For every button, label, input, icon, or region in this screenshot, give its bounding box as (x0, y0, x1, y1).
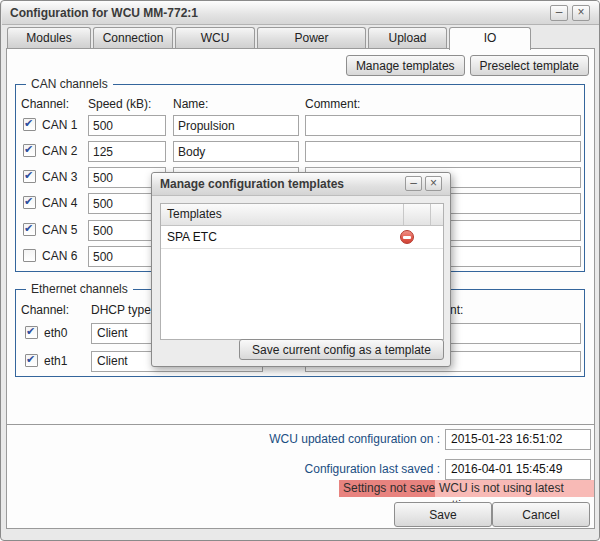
can6-label: CAN 6 (42, 246, 77, 266)
can-header-speed: Speed (kB): (88, 97, 151, 111)
preselect-template-button[interactable]: Preselect template (470, 55, 589, 76)
can5-checkbox[interactable] (23, 223, 36, 236)
configuration-dialog: Configuration for WCU MM-772:1 – × Modul… (0, 0, 600, 541)
modal-minimize-icon[interactable]: – (405, 176, 422, 191)
modal-title: Manage configuration templates (160, 173, 344, 196)
templates-column-header: Templates (161, 204, 403, 225)
can2-speed-input[interactable] (88, 141, 166, 162)
eth1-checkbox[interactable] (25, 354, 38, 367)
close-icon[interactable]: × (572, 5, 590, 21)
template-list-item[interactable]: SPA ETC (161, 226, 443, 249)
eth1-label: eth1 (44, 351, 67, 371)
delete-template-icon[interactable] (400, 230, 414, 244)
manage-templates-dialog: Manage configuration templates – × Templ… (151, 172, 451, 367)
minimize-icon[interactable]: – (550, 5, 568, 21)
can-group-title: CAN channels (26, 77, 113, 91)
eth0-checkbox[interactable] (25, 326, 38, 339)
delete-column-header (403, 204, 430, 225)
settings-not-saved-badge: Settings not saved (339, 480, 446, 497)
ethernet-group-title: Ethernet channels (26, 282, 133, 296)
wcu-updated-value: 2015-01-23 16:51:02 (445, 429, 591, 450)
can2-name-input[interactable] (173, 141, 299, 162)
can-header-name: Name: (173, 97, 208, 111)
can5-label: CAN 5 (42, 220, 77, 240)
config-saved-value: 2016-04-01 15:45:49 (445, 459, 591, 480)
eth-header-channel: Channel: (21, 303, 69, 317)
modal-title-bar: Manage configuration templates – × (152, 173, 450, 196)
can1-name-input[interactable] (173, 115, 299, 136)
window-title: Configuration for WCU MM-772:1 (10, 1, 198, 25)
can1-comment-input[interactable] (305, 115, 581, 136)
cancel-button[interactable]: Cancel (492, 502, 590, 527)
modal-close-icon[interactable]: × (425, 176, 442, 191)
can1-speed-input[interactable] (88, 115, 166, 136)
config-saved-label: Configuration last saved : (140, 459, 440, 480)
wcu-updated-label: WCU updated configuration on : (140, 429, 440, 450)
tab-power-management[interactable]: Power Management (257, 27, 366, 48)
can4-label: CAN 4 (42, 193, 77, 213)
can-header-comment: Comment: (305, 97, 360, 111)
can1-label: CAN 1 (42, 115, 77, 135)
can4-checkbox[interactable] (23, 196, 36, 209)
can2-label: CAN 2 (42, 141, 77, 161)
can-header-channel: Channel: (21, 97, 69, 111)
templates-list: Templates SPA ETC (160, 203, 444, 340)
can1-checkbox[interactable] (23, 118, 36, 131)
tab-io[interactable]: IO (449, 27, 531, 50)
tab-wcu[interactable]: WCU (175, 27, 255, 48)
can3-label: CAN 3 (42, 167, 77, 187)
tab-upload[interactable]: Upload (368, 27, 447, 48)
spacer-column-header (430, 204, 443, 225)
can2-checkbox[interactable] (23, 144, 36, 157)
title-bar: Configuration for WCU MM-772:1 – × (2, 1, 599, 25)
can2-comment-input[interactable] (305, 141, 581, 162)
eth-header-dhcp: DHCP type: (91, 303, 154, 317)
eth0-label: eth0 (44, 323, 67, 343)
save-template-button[interactable]: Save current config as a template (239, 339, 444, 360)
save-button[interactable]: Save (394, 502, 492, 527)
tab-modules[interactable]: Modules (7, 27, 91, 48)
can6-checkbox[interactable] (23, 249, 36, 262)
footer-panel: WCU updated configuration on : 2015-01-2… (6, 425, 595, 529)
templates-list-header: Templates (161, 204, 443, 226)
template-name: SPA ETC (167, 226, 217, 248)
tab-connection[interactable]: Connection (93, 27, 173, 48)
can3-checkbox[interactable] (23, 170, 36, 183)
wcu-not-latest-badge: WCU is not using latest settings (435, 480, 594, 497)
manage-templates-button[interactable]: Manage templates (346, 55, 465, 76)
